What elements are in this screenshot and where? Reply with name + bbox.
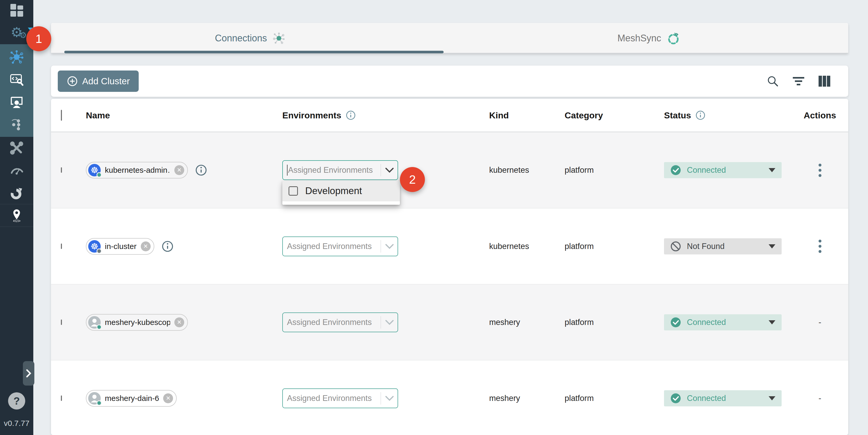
filter-button[interactable] [792, 75, 805, 87]
tab-connections[interactable]: Connections [51, 23, 450, 53]
active-tab-indicator [64, 51, 444, 53]
extensions-gears-icon: ⚙⚙ [11, 26, 23, 39]
environments-select[interactable]: Assigned Environments [282, 160, 398, 180]
environments-placeholder: Assigned Environments [287, 394, 372, 403]
dashboard-icon [10, 4, 23, 17]
check-circle-icon [670, 165, 681, 176]
status-dropdown-connected[interactable]: Connected [664, 162, 782, 178]
environments-dropdown-menu: Development [282, 181, 400, 205]
sidebar-item-dashboard[interactable] [0, 0, 33, 20]
environments-select[interactable]: Assigned Environments [282, 237, 398, 256]
sidebar-item-designs[interactable] [0, 113, 33, 135]
status-label: Connected [687, 394, 726, 403]
row-checkbox[interactable] [61, 244, 62, 249]
plus-circle-icon [67, 75, 78, 87]
connections-mesh-icon [272, 31, 286, 45]
annotation-step-badge-1: 1 [26, 26, 51, 51]
category-value: platform [565, 242, 664, 251]
select-all-checkbox[interactable] [61, 110, 62, 121]
app-version: v0.7.77 [4, 419, 29, 428]
status-dropdown-connected[interactable]: Connected [664, 314, 782, 331]
kubernetes-icon: ☸ [88, 240, 101, 253]
sidebar-item-performance[interactable] [0, 159, 33, 182]
meshery-logo-icon [9, 186, 24, 200]
sidebar-item-lifecycle-connections[interactable] [0, 46, 33, 68]
status-dot [96, 324, 102, 330]
connection-info-button[interactable] [162, 240, 174, 252]
add-cluster-button[interactable]: Add Cluster [58, 70, 139, 92]
col-header-environments: Environments [282, 110, 341, 120]
status-dropdown-notfound[interactable]: Not Found [664, 238, 782, 254]
environments-placeholder: Assigned Environments [288, 165, 373, 175]
chevron-down-icon[interactable] [385, 243, 394, 249]
chevron-down-icon[interactable] [385, 319, 394, 325]
connection-chip[interactable]: meshery-dain-6 ✕ [86, 390, 177, 407]
no-actions-dash: - [818, 317, 822, 327]
check-circle-icon [670, 393, 681, 404]
main-content: Connections MeshSync [33, 0, 868, 435]
table-header-row: Name Environments Kind Category Status [51, 99, 848, 132]
option-checkbox[interactable] [288, 186, 298, 196]
connection-chip[interactable]: ☸ kubernetes-admin… ✕ [86, 162, 188, 179]
info-icon [162, 240, 174, 252]
status-dropdown-connected[interactable]: Connected [664, 390, 782, 406]
chevron-down-icon[interactable] [385, 395, 394, 401]
remove-connection-icon[interactable]: ✕ [141, 242, 151, 251]
caret-down-icon [769, 320, 775, 324]
sidebar-item-toolkit[interactable] [0, 137, 33, 159]
sidebar-item-meshery-cloud[interactable] [0, 182, 33, 204]
col-header-kind: Kind [489, 110, 509, 120]
search-button[interactable] [767, 75, 779, 87]
col-header-category: Category [565, 110, 603, 120]
connection-name: in-cluster [105, 242, 136, 251]
tab-meshsync-label: MeshSync [617, 33, 661, 44]
info-icon[interactable] [695, 110, 706, 120]
table-row: ☸ in-cluster ✕ Assigned Environments [51, 208, 848, 284]
status-dot [96, 172, 102, 178]
caret-down-icon [769, 396, 775, 400]
connection-chip[interactable]: meshery-kubescop… ✕ [86, 314, 188, 331]
environments-select[interactable]: Assigned Environments [282, 312, 398, 332]
remove-connection-icon[interactable]: ✕ [174, 317, 184, 327]
col-header-status: Status [664, 110, 691, 120]
connection-info-button[interactable] [195, 164, 207, 176]
row-checkbox[interactable] [61, 319, 62, 325]
table-row: meshery-kubescop… ✕ Assigned Environment… [51, 284, 848, 360]
row-actions-menu-button[interactable] [816, 161, 824, 179]
help-button[interactable]: ? [8, 392, 25, 409]
search-icon [767, 75, 779, 87]
environments-placeholder: Assigned Environments [287, 318, 372, 327]
view-columns-button[interactable] [818, 75, 831, 87]
category-value: platform [565, 318, 664, 327]
row-checkbox[interactable] [61, 396, 62, 401]
info-icon[interactable] [345, 110, 356, 120]
person-avatar-icon [88, 392, 101, 405]
chevron-down-icon[interactable] [385, 167, 394, 173]
caret-down-icon [769, 168, 775, 172]
sidebar-item-environment-location[interactable] [0, 204, 33, 227]
caret-down-icon [769, 244, 775, 248]
sidebar-expand-button[interactable] [23, 361, 34, 385]
environments-select[interactable]: Assigned Environments [282, 389, 398, 408]
sidebar-active-group [0, 44, 33, 137]
sidebar-item-configuration[interactable] [0, 68, 33, 91]
location-pin-icon [9, 208, 24, 223]
row-checkbox[interactable] [61, 167, 62, 173]
designs-workflow-icon [10, 117, 24, 131]
dropdown-option-development[interactable]: Development [282, 181, 400, 201]
help-label: ? [13, 395, 20, 407]
status-dot [96, 248, 102, 254]
table-row: ☸ kubernetes-admin… ✕ Assigned Environme… [51, 132, 848, 208]
remove-connection-icon[interactable]: ✕ [174, 165, 184, 175]
connection-chip[interactable]: ☸ in-cluster ✕ [86, 238, 154, 255]
tab-meshsync[interactable]: MeshSync [450, 23, 848, 53]
kind-value: kubernetes [489, 165, 565, 175]
status-label: Not Found [687, 242, 725, 251]
crossed-wrenches-icon [9, 141, 24, 155]
sidebar-item-remote-sessions[interactable] [0, 91, 33, 113]
remove-connection-icon[interactable]: ✕ [163, 393, 173, 403]
person-avatar-icon [88, 316, 101, 329]
meshsync-spinner-icon [666, 31, 680, 45]
row-actions-menu-button[interactable] [816, 238, 824, 255]
mesh-lifecycle-icon [9, 50, 24, 64]
